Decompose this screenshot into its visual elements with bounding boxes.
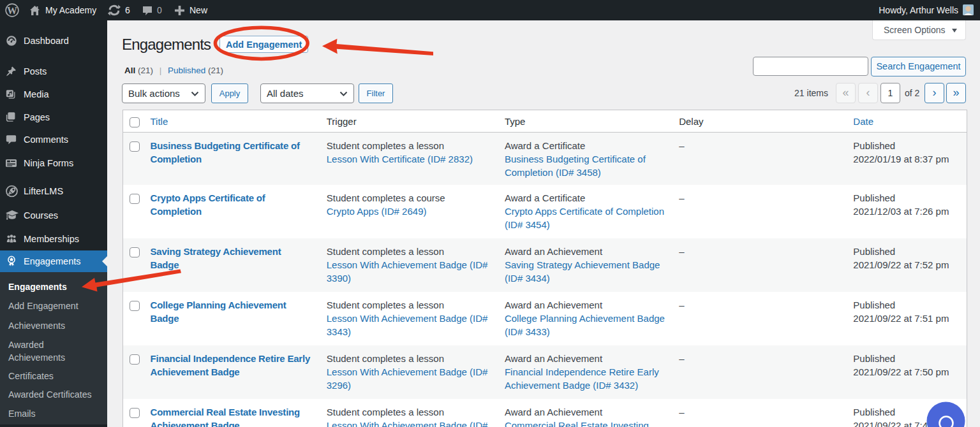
- svg-text:W: W: [7, 5, 17, 16]
